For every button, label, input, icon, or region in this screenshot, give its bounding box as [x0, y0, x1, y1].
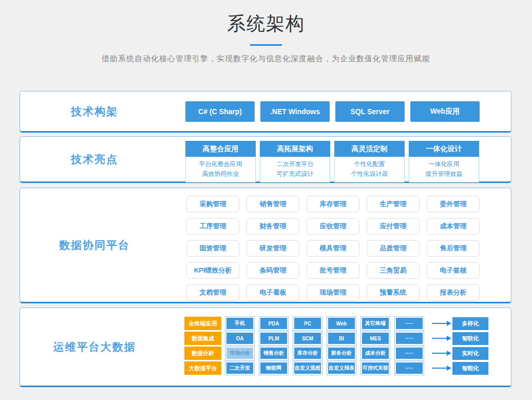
module-chip-triangle-trade[interactable]: 三角贸易 — [367, 262, 420, 279]
highlight-line: 个性化设计器 — [335, 169, 404, 179]
pipeline-result-intelligent: 智能化 — [452, 362, 488, 375]
pipeline-item-sales-analysis[interactable]: 销售分析 — [259, 347, 288, 360]
pipeline-item-mobile[interactable]: 手机 — [225, 317, 254, 330]
module-chip-fixed-assets[interactable]: 固资管理 — [186, 240, 239, 257]
module-chip-batch[interactable]: 批号管理 — [307, 262, 359, 279]
highlight-line: 一体化应用 — [409, 159, 479, 169]
pipeline-category-integration: 数据集成 — [184, 332, 221, 345]
module-chip-receivable[interactable]: 应收管理 — [307, 218, 359, 234]
highlight-card-integration: 高整合应用 平台化整合应用 高效协同作业 — [185, 141, 256, 183]
module-chip-production[interactable]: 生产管理 — [367, 196, 420, 212]
pipeline-item-oa[interactable]: OA — [225, 332, 254, 345]
highlight-line: 二次开发平台 — [260, 159, 330, 169]
module-chip-warning[interactable]: 预警系统 — [367, 284, 420, 301]
module-chip-rnd[interactable]: 研发管理 — [246, 240, 299, 257]
pipeline-item-finance-analysis[interactable]: 财务分析 — [327, 347, 356, 360]
module-chip-document[interactable]: 文档管理 — [186, 284, 239, 301]
highlight-line: 个性化配置 — [335, 159, 404, 169]
module-chip-eboard[interactable]: 电子看板 — [246, 284, 299, 301]
pipeline-item-more[interactable]: ····· — [395, 361, 424, 375]
pipeline-category-analysis: 数据分析 — [184, 347, 221, 360]
pipeline-item-custom-report[interactable]: 自定义报表 — [327, 361, 356, 375]
module-chip-quality[interactable]: 品质管理 — [367, 240, 420, 257]
highlight-card-body: 一体化应用 提升管理效益 — [409, 157, 479, 182]
highlight-card-flexibility: 高灵活定制 个性化配置 个性化设计器 — [334, 141, 405, 183]
section-label-ops-bigdata: 运维平台大数据 — [20, 340, 169, 354]
module-chip-report[interactable]: 报表分析 — [427, 284, 480, 301]
tech-button-csharp[interactable]: C# (C Sharp) — [185, 101, 255, 122]
pipeline-row-terminals: 全终端应用 手机 PDA PC Web 其它终端 ····· 多样化 — [184, 317, 488, 330]
module-chip-onsite[interactable]: 现场管理 — [307, 284, 359, 301]
module-chip-inventory[interactable]: 库存管理 — [307, 196, 359, 212]
pipeline-result-connected: 智联化 — [452, 332, 488, 345]
right-arrow-icon — [432, 368, 447, 369]
module-chip-cost[interactable]: 成本管理 — [427, 218, 480, 234]
module-chip-process[interactable]: 工序管理 — [186, 218, 239, 234]
section-data-platform: 数据协同平台 采购管理 销售管理 库存管理 生产管理 委外管理 工序管理 财务管… — [20, 188, 511, 303]
tech-stack-button-row: C# (C Sharp) .NET Windows SQL Server Web… — [185, 101, 480, 122]
section-label-tech-architecture: 技术构架 — [20, 104, 169, 119]
pipeline-item-inventory-analysis[interactable]: 库存分析 — [293, 347, 322, 360]
section-tech-highlights: 技术亮点 高整合应用 平台化整合应用 高效协同作业 高拓展架构 二次开发平台 可… — [20, 136, 511, 183]
highlight-card-row: 高整合应用 平台化整合应用 高效协同作业 高拓展架构 二次开发平台 可扩充式设计… — [185, 141, 479, 183]
pipeline-item-pda[interactable]: PDA — [259, 317, 288, 330]
module-chip-aftersales[interactable]: 售后管理 — [427, 240, 480, 257]
module-chip-kpi[interactable]: KPI绩效分析 — [186, 262, 239, 279]
highlight-card-unified-design: 一体化设计 一体化应用 提升管理效益 — [409, 141, 479, 183]
pipeline-item-mes[interactable]: MES — [361, 332, 390, 345]
pipeline-item-custom-workflow[interactable]: 自定义流程 — [293, 361, 322, 375]
module-chip-payable[interactable]: 应付管理 — [367, 218, 420, 234]
right-arrow-icon — [432, 338, 447, 339]
highlight-card-body: 二次开发平台 可扩充式设计 — [260, 157, 330, 182]
module-chip-esign[interactable]: 电子签核 — [427, 262, 480, 279]
highlight-line: 提升管理效益 — [409, 169, 479, 179]
highlight-card-body: 个性化配置 个性化设计器 — [335, 157, 404, 182]
right-arrow-icon — [432, 353, 447, 354]
highlight-card-body: 平台化整合应用 高效协同作业 — [186, 157, 255, 182]
module-chip-mold[interactable]: 模具管理 — [307, 240, 359, 257]
pipeline-item-web[interactable]: Web — [327, 317, 356, 330]
page-subtitle: 借助系统自动化核心管理引擎，实现数字化与信息化深度融合，为企业数值化管理应用赋能 — [0, 54, 532, 64]
module-chip-finance[interactable]: 财务管理 — [246, 218, 299, 234]
highlight-card-title: 高拓展架构 — [260, 141, 330, 157]
pipeline-item-secondary-dev[interactable]: 二次开发 — [225, 361, 254, 375]
highlight-line: 可扩充式设计 — [260, 169, 330, 179]
pipeline-result-realtime: 实时化 — [452, 347, 488, 360]
section-tech-architecture: 技术构架 C# (C Sharp) .NET Windows SQL Serve… — [20, 91, 511, 133]
tech-button-sqlserver[interactable]: SQL Server — [335, 101, 405, 122]
section-label-data-platform: 数据协同平台 — [20, 238, 169, 252]
pipeline-item-more[interactable]: ····· — [395, 317, 424, 330]
right-arrow-icon — [432, 323, 447, 324]
highlight-card-extensibility: 高拓展架构 二次开发平台 可扩充式设计 — [260, 141, 330, 183]
pipeline-rows: 全终端应用 手机 PDA PC Web 其它终端 ····· 多样化 数据集成 … — [184, 317, 488, 375]
module-chip-purchase[interactable]: 采购管理 — [186, 196, 239, 212]
highlight-line: 高效协同作业 — [186, 169, 255, 179]
pipeline-result-diversified: 多样化 — [452, 317, 488, 330]
pipeline-item-bi[interactable]: BI — [327, 332, 356, 345]
pipeline-item-plm[interactable]: PLM — [259, 332, 288, 345]
pipeline-item-pc[interactable]: PC — [293, 317, 322, 330]
module-chip-sales[interactable]: 销售管理 — [246, 196, 299, 212]
pipeline-item-other-terminal[interactable]: 其它终端 — [361, 317, 390, 330]
tech-button-dotnet[interactable]: .NET Windows — [260, 101, 330, 122]
module-chip-barcode[interactable]: 条码管理 — [246, 262, 299, 279]
section-ops-bigdata: 运维平台大数据 全终端应用 手机 PDA PC Web 其它终端 ····· 多… — [20, 307, 511, 387]
pipeline-item-cost-analysis[interactable]: 成本分析 — [361, 347, 390, 360]
tech-button-web[interactable]: Web应用 — [410, 101, 480, 122]
highlight-card-title: 高灵活定制 — [334, 141, 405, 157]
section-label-tech-highlights: 技术亮点 — [20, 152, 169, 167]
module-grid: 采购管理 销售管理 库存管理 生产管理 委外管理 工序管理 财务管理 应收管理 … — [186, 196, 480, 301]
pipeline-item-market-analysis[interactable]: 市场分析 — [225, 347, 254, 360]
module-chip-outsourcing[interactable]: 委外管理 — [427, 196, 480, 212]
pipeline-row-analysis: 数据分析 市场分析 销售分析 库存分析 财务分析 成本分析 ····· 实时化 — [184, 347, 488, 360]
pipeline-category-bigdata-platform: 大数据平台 — [184, 361, 221, 375]
pipeline-item-scm[interactable]: SCM — [293, 332, 322, 345]
highlight-card-title: 一体化设计 — [409, 141, 479, 157]
pipeline-item-iot[interactable]: 物联网 — [259, 361, 288, 375]
pipeline-item-more[interactable]: ····· — [395, 332, 424, 345]
highlight-card-title: 高整合应用 — [185, 141, 256, 157]
pipeline-item-more[interactable]: ····· — [395, 347, 424, 360]
page-title: 系统架构 — [0, 11, 532, 37]
pipeline-item-controlled-link[interactable]: 可控式关联 — [361, 361, 390, 375]
title-underline — [250, 44, 282, 46]
